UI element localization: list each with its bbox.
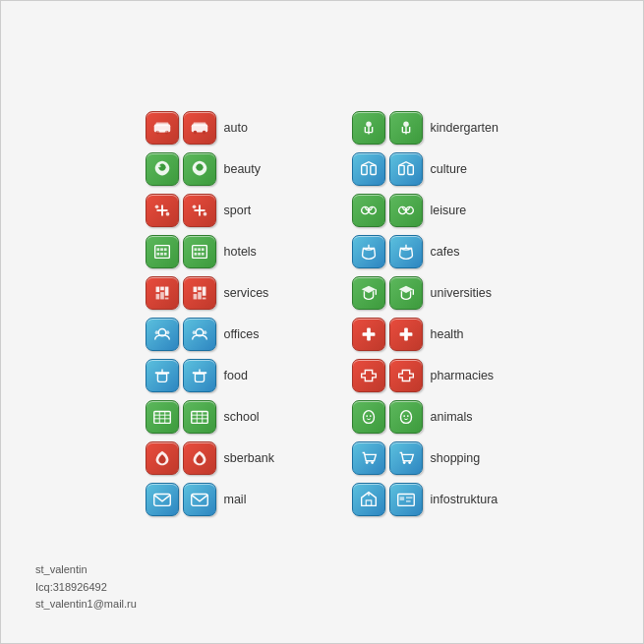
icon-cafes-2[interactable] (389, 235, 423, 268)
list-item[interactable]: leisure (352, 192, 499, 229)
svg-rect-27 (198, 248, 201, 251)
icon-hotels-2[interactable] (183, 235, 216, 268)
svg-rect-34 (160, 287, 164, 291)
svg-rect-21 (163, 248, 166, 251)
icon-shopping-2[interactable] (389, 441, 423, 475)
label-auto: auto (224, 121, 293, 135)
icon-services-2[interactable] (183, 276, 216, 310)
icon-school-2[interactable] (183, 400, 216, 434)
icon-kindergarten-2[interactable] (389, 111, 423, 145)
list-item[interactable]: services (146, 274, 293, 312)
left-column: auto beauty sport (146, 109, 293, 518)
icon-food-1[interactable] (146, 359, 179, 392)
icon-infostruktura-2[interactable] (389, 483, 423, 516)
icon-auto-2[interactable] (183, 111, 216, 145)
svg-rect-64 (153, 495, 170, 506)
icon-leisure-2[interactable] (389, 194, 423, 227)
icon-health-1[interactable] (352, 318, 385, 351)
icon-beauty-2[interactable] (183, 152, 216, 186)
svg-rect-97 (406, 500, 411, 502)
icon-shopping-1[interactable] (352, 441, 385, 475)
icon-mail-2[interactable] (183, 483, 216, 516)
svg-rect-38 (193, 287, 197, 293)
list-item[interactable]: school (146, 398, 293, 436)
icon-offices-1[interactable] (146, 318, 179, 351)
svg-point-85 (369, 415, 371, 417)
svg-point-17 (203, 212, 206, 216)
list-item[interactable]: food (146, 357, 293, 394)
list-item[interactable]: kindergarten (352, 109, 499, 146)
icon-cafes-1[interactable] (352, 235, 385, 268)
list-item[interactable]: mail (146, 481, 293, 518)
icon-pharmacies-1[interactable] (352, 359, 385, 392)
label-sport: sport (224, 204, 293, 217)
icon-services-1[interactable] (146, 276, 179, 310)
icon-animals-2[interactable] (389, 400, 423, 434)
label-offices: offices (224, 327, 293, 341)
svg-rect-22 (156, 253, 159, 256)
svg-point-87 (406, 415, 408, 417)
icon-sport-2[interactable] (183, 194, 216, 227)
svg-rect-28 (201, 248, 204, 251)
label-leisure: leisure (431, 204, 499, 217)
svg-rect-65 (191, 495, 207, 506)
icon-health-2[interactable] (389, 318, 423, 351)
list-item[interactable]: cafes (352, 233, 499, 270)
list-item[interactable]: health (352, 316, 499, 353)
list-item[interactable]: infostruktura (352, 481, 499, 518)
list-item[interactable]: animals (352, 398, 499, 436)
svg-rect-33 (155, 294, 159, 300)
list-item[interactable]: hotels (146, 233, 293, 270)
list-item[interactable]: culture (352, 150, 499, 188)
icon-school-1[interactable] (146, 400, 179, 434)
svg-point-66 (366, 122, 372, 127)
svg-rect-35 (160, 292, 164, 299)
svg-rect-36 (164, 287, 168, 296)
icon-universities-2[interactable] (389, 276, 423, 310)
svg-rect-95 (399, 497, 404, 500)
svg-rect-59 (191, 412, 207, 424)
icon-culture-1[interactable] (352, 152, 385, 186)
svg-point-84 (366, 415, 368, 417)
label-shopping: shopping (431, 451, 499, 465)
list-item[interactable]: offices (146, 316, 293, 353)
icon-hotels-1[interactable] (146, 235, 179, 268)
icon-offices-2[interactable] (183, 318, 216, 351)
svg-point-91 (408, 461, 411, 464)
footer-line3: st_valentin1@mail.ru (35, 596, 137, 614)
svg-point-45 (154, 330, 158, 334)
icon-sport-1[interactable] (146, 194, 179, 227)
icon-sberbank-1[interactable] (146, 441, 179, 475)
icon-universities-1[interactable] (352, 276, 385, 310)
list-item[interactable]: auto (146, 109, 293, 146)
svg-rect-54 (153, 412, 170, 424)
icon-animals-1[interactable] (352, 400, 385, 434)
icon-infostruktura-1[interactable] (352, 483, 385, 516)
svg-rect-37 (164, 298, 168, 300)
list-item[interactable]: pharmacies (352, 357, 499, 394)
list-item[interactable]: universities (352, 274, 499, 312)
svg-rect-29 (194, 253, 197, 256)
label-kindergarten: kindergarten (431, 121, 499, 135)
list-item[interactable]: sberbank (146, 439, 293, 477)
label-beauty: beauty (224, 162, 293, 176)
right-column: kindergarten culture lei (352, 109, 499, 518)
icon-food-2[interactable] (183, 359, 216, 392)
icon-auto-1[interactable] (146, 111, 179, 145)
list-item[interactable]: sport (146, 192, 293, 229)
icon-culture-2[interactable] (389, 152, 423, 186)
icon-leisure-1[interactable] (352, 194, 385, 227)
icon-sberbank-2[interactable] (183, 441, 216, 475)
svg-point-48 (192, 330, 196, 334)
svg-rect-6 (193, 123, 205, 127)
svg-rect-39 (193, 294, 197, 300)
svg-point-12 (154, 205, 158, 209)
label-food: food (224, 369, 293, 382)
icon-beauty-1[interactable] (146, 152, 179, 186)
svg-rect-96 (406, 497, 412, 498)
icon-kindergarten-1[interactable] (352, 111, 385, 145)
icon-pharmacies-2[interactable] (389, 359, 423, 392)
icon-mail-1[interactable] (146, 483, 179, 516)
list-item[interactable]: beauty (146, 150, 293, 188)
list-item[interactable]: shopping (352, 439, 499, 477)
